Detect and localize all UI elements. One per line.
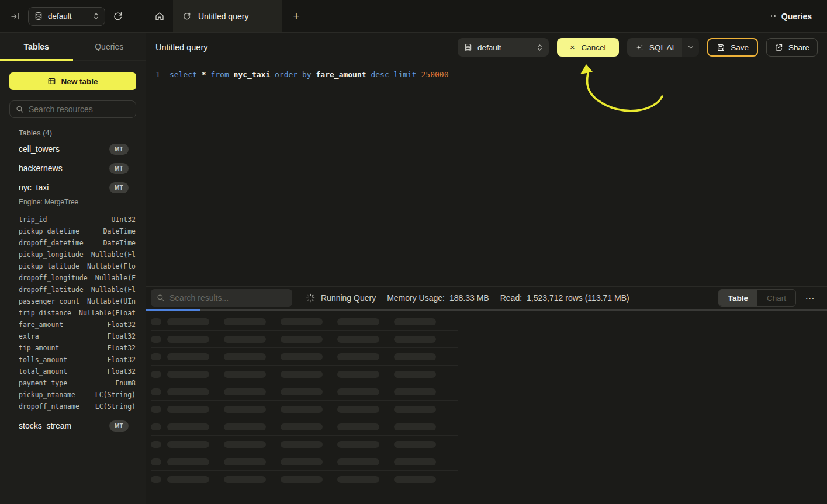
skeleton-cell [337,458,379,465]
refresh-button[interactable] [113,11,123,21]
skeleton-cell [224,336,266,343]
share-button[interactable]: Share [766,38,818,57]
sql-console-window: default Untitled query + Queries Tables [0,0,827,504]
skeleton-cell [281,458,323,465]
skeleton-cell [337,353,379,360]
save-label: Save [731,43,749,52]
skeleton-cell [224,423,266,430]
sql-ai-button[interactable]: SQL AI [627,38,699,57]
column-type: Float32 [108,332,136,340]
new-table-button[interactable]: New table [9,72,136,90]
sidebar-collapse-icon [11,12,20,21]
progress-track [146,309,827,311]
table-item-nyc-taxi[interactable]: nyc_taxi MT [19,182,129,193]
skeleton-row [151,383,458,401]
sql-ai-dropdown[interactable] [682,38,699,57]
sidebar-collapse-button[interactable] [11,12,20,21]
skeleton-cell [281,441,323,448]
cancel-button[interactable]: × Cancel [557,38,619,57]
column-name: passenger_count [19,297,79,305]
column-type: Nullable(UIn [87,297,136,305]
sql-code-line: 1select * from nyc_taxi order by fare_am… [146,62,827,79]
skeleton-cell [167,406,209,413]
progress-fill [146,309,200,311]
skeleton-row [151,471,458,488]
skeleton-cell [224,388,266,395]
home-button[interactable] [146,0,173,32]
database-selector[interactable]: default [28,7,105,26]
skeleton-cell [394,336,436,343]
tab-tables[interactable]: Tables [0,33,73,60]
sidebar: Tables Queries New table Tables (4) cell… [0,33,146,504]
column-name: dropoff_ntaname [19,402,79,411]
skeleton-cell [167,388,209,395]
database-selector[interactable]: default [458,38,549,57]
skeleton-cell [167,336,209,343]
skeleton-cell [337,318,379,325]
skeleton-cell [167,371,209,378]
skeleton-cell-small [151,476,161,483]
skeleton-cell-small [151,458,161,465]
topbar-left: default [0,0,146,32]
line-number: 1 [155,70,169,79]
tab-untitled-query[interactable]: Untitled query [173,0,282,32]
tab-queries[interactable]: Queries [73,33,146,60]
chevron-up-down-icon [537,44,542,51]
tab-label: Untitled query [198,12,248,21]
skeleton-cell-small [151,388,161,395]
search-icon [16,105,24,113]
read-label: Read: [500,293,522,303]
sparkle-icon [635,43,644,52]
sql-token-identifier: nyc_taxi [234,70,275,79]
column-type: Nullable(Flo [87,262,136,270]
query-tab-bar: Untitled query + [146,0,310,32]
skeleton-cell [224,406,266,413]
cancel-label: Cancel [581,43,605,52]
column-row: payment_typeEnum8 [19,377,136,389]
column-row: tip_amountFloat32 [19,342,136,354]
column-name: dropoff_longitude [19,274,88,282]
skeleton-cell [281,406,323,413]
results-search-input[interactable] [169,293,286,303]
read-value: 1,523,712 rows (113.71 MB) [527,293,629,303]
view-toggle-table[interactable]: Table [719,290,757,306]
new-tab-button[interactable]: + [282,0,310,32]
view-toggle-chart[interactable]: Chart [757,290,795,306]
skeleton-cell [167,423,209,430]
column-type: Nullable(F [95,274,136,282]
column-row: passenger_countNullable(UIn [19,296,136,307]
sidebar-tabs: Tables Queries [0,33,146,61]
column-type: UInt32 [111,215,136,224]
column-row: pickup_ntanameLC(String) [19,389,136,401]
skeleton-row [151,348,458,366]
table-item-stocks-stream[interactable]: stocks_stream MT [19,420,129,432]
table-item-cell-towers[interactable]: cell_towers MT [19,143,129,155]
column-name: trip_id [19,215,47,224]
column-name: tolls_amount [19,356,67,364]
skeleton-cell [167,458,209,465]
column-row: pickup_datetimeDateTime [19,225,136,237]
save-button[interactable]: Save [707,38,758,57]
skeleton-cell [394,388,436,395]
column-row: dropoff_longitudeNullable(F [19,272,136,284]
skeleton-cell [394,353,436,360]
skeleton-cell [281,388,323,395]
results-more-button[interactable]: ⋯ [802,293,818,304]
mergetree-badge: MT [109,182,129,193]
column-name: extra [19,332,39,340]
column-row: fare_amountFloat32 [19,319,136,331]
column-name: tip_amount [19,344,59,352]
sql-token-keyword: order by [275,70,316,79]
sidebar-search-input[interactable] [29,105,130,114]
skeleton-cell [167,476,209,483]
skeleton-cell [337,423,379,430]
sql-editor[interactable]: 1select * from nyc_taxi order by fare_am… [146,62,827,286]
column-name: pickup_longitude [19,251,84,259]
skeleton-cell [394,318,436,325]
queries-menu-button[interactable]: Queries [771,0,827,32]
table-item-hackernews[interactable]: hackernews MT [19,162,129,174]
column-type: Float32 [108,344,136,352]
skeleton-row [151,366,458,383]
column-name: pickup_datetime [19,227,79,235]
skeleton-cell [337,371,379,378]
